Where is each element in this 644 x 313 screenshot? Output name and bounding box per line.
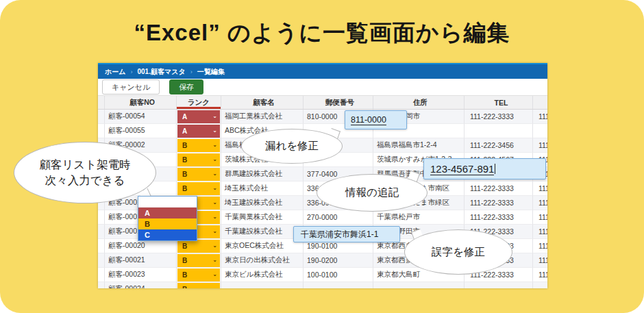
- cell-rank: B⌄: [177, 181, 221, 196]
- cell-customer-name[interactable]: 埼玉建設株式会社: [221, 196, 304, 210]
- cell-zip[interactable]: 100-0100: [304, 268, 373, 282]
- row-selector[interactable]: [98, 225, 105, 239]
- cell-customer-no[interactable]: 顧客-00020: [105, 239, 177, 253]
- cell-tel2[interactable]: 111: [533, 210, 547, 225]
- rank-select[interactable]: A⌄: [177, 125, 220, 138]
- cell-tel2[interactable]: 111: [533, 196, 547, 210]
- rank-select[interactable]: B⌄: [177, 268, 220, 281]
- column-header: 顧客NO: [105, 96, 177, 109]
- rank-select[interactable]: B⌄: [177, 168, 220, 181]
- cell-customer-name[interactable]: 千葉建設株式会社: [221, 225, 304, 239]
- table-header-row: 顧客NOランク顧客名郵便番号住所TEL: [98, 95, 547, 110]
- rank-value: A: [182, 113, 187, 121]
- cell-customer-name[interactable]: 東京OEC株式会社: [221, 239, 304, 253]
- cell-rank: B⌄: [177, 153, 221, 167]
- cell-customer-no[interactable]: 顧客-00021: [105, 253, 177, 268]
- rank-option-c[interactable]: C: [138, 229, 197, 240]
- cell-tel2[interactable]: 111: [533, 181, 547, 196]
- cell-tel[interactable]: [465, 282, 533, 288]
- cell-zip[interactable]: 270-0000: [304, 210, 373, 225]
- chevron-down-icon: ⌄: [212, 243, 217, 249]
- cell-customer-name[interactable]: 群馬建設株式会社: [221, 167, 304, 181]
- cell-zip[interactable]: 190-0200: [304, 253, 373, 268]
- cell-tel2[interactable]: 111: [533, 138, 547, 153]
- column-header: [533, 96, 547, 109]
- cell-customer-name[interactable]: [221, 282, 304, 288]
- chevron-down-icon: ⌄: [212, 200, 217, 205]
- cell-tel2[interactable]: [533, 282, 547, 288]
- cell-customer-no[interactable]: 顧客-00024: [105, 282, 177, 288]
- rank-select[interactable]: B⌄: [177, 254, 220, 267]
- cell-tel[interactable]: 111-222-3333: [465, 110, 533, 124]
- rank-select[interactable]: B⌄: [177, 182, 220, 195]
- column-header: 郵便番号: [304, 96, 373, 109]
- breadcrumb-home[interactable]: ホーム: [105, 67, 125, 77]
- rank-select[interactable]: B⌄: [177, 283, 220, 289]
- breadcrumb-customer-master[interactable]: 001.顧客マスタ: [137, 67, 185, 77]
- rank-value: B: [182, 242, 187, 250]
- rank-value: B: [182, 286, 187, 289]
- save-button[interactable]: 保存: [169, 79, 203, 95]
- cell-tel2[interactable]: [533, 124, 547, 138]
- chevron-down-icon: ⌄: [212, 258, 217, 263]
- addr-edit-callout[interactable]: 千葉県浦安市舞浜1-1: [293, 226, 400, 242]
- text-cursor: [495, 164, 495, 174]
- table-row: 顧客-00024B⌄: [98, 282, 547, 288]
- cell-tel2[interactable]: 111: [533, 268, 547, 282]
- rank-option-b[interactable]: B: [138, 218, 197, 229]
- row-selector[interactable]: [98, 124, 105, 138]
- cell-tel[interactable]: 111-222-3333: [465, 210, 533, 225]
- cell-tel[interactable]: [465, 124, 533, 138]
- cell-tel2[interactable]: 111: [533, 110, 547, 124]
- speech-bubble-append-info: 情報の追記: [317, 174, 428, 212]
- cell-customer-name[interactable]: 千葉興業株式会社: [221, 210, 304, 225]
- rank-select[interactable]: B⌄: [177, 139, 220, 152]
- bubble-text: 情報の追記: [345, 186, 399, 200]
- zip-edit-callout[interactable]: 811-0000: [345, 110, 407, 129]
- cell-tel[interactable]: 111-222-3333: [465, 196, 533, 210]
- rank-select[interactable]: A⌄: [177, 110, 220, 123]
- row-selector[interactable]: [98, 268, 105, 282]
- cell-tel2[interactable]: 111: [533, 225, 547, 239]
- row-selector[interactable]: [98, 282, 105, 288]
- row-selector[interactable]: [98, 239, 105, 253]
- cell-customer-name[interactable]: 東京ビル株式会社: [221, 268, 304, 282]
- row-selector[interactable]: [98, 253, 105, 268]
- breadcrumb-list-edit[interactable]: 一覧編集: [197, 67, 225, 77]
- speech-bubble-fix-omission: 漏れを修正: [241, 129, 343, 164]
- row-selector[interactable]: [98, 210, 105, 225]
- cell-zip[interactable]: [304, 282, 373, 288]
- zip-edit-value: 811-0000: [351, 115, 386, 125]
- cell-customer-name[interactable]: 埼玉株式会社: [221, 181, 304, 196]
- toolbar: キャンセル 保存: [98, 79, 547, 95]
- cell-address[interactable]: [373, 282, 465, 288]
- column-header: 住所: [373, 96, 465, 109]
- speech-bubble-fix-typo: 誤字を修正: [404, 229, 512, 275]
- breadcrumb: ホーム › 001.顧客マスタ › 一覧編集: [98, 64, 547, 79]
- cell-customer-name[interactable]: 福岡工業株式会社: [221, 110, 304, 124]
- rank-option-a[interactable]: A: [138, 208, 197, 218]
- rank-select[interactable]: B⌄: [177, 153, 220, 166]
- cell-rank: B⌄: [177, 268, 221, 282]
- cell-address[interactable]: 千葉県松戸市: [373, 210, 465, 225]
- cell-tel[interactable]: 111-222-3333: [465, 181, 533, 196]
- tel-edit-callout[interactable]: 123-4567-891: [423, 158, 546, 179]
- cell-tel[interactable]: 111-222-3456: [465, 138, 533, 153]
- cell-tel2[interactable]: 111: [533, 239, 547, 253]
- chevron-down-icon: ⌄: [212, 229, 217, 234]
- cell-rank: B⌄: [177, 253, 221, 268]
- rank-value: A: [182, 127, 187, 135]
- rank-option-blank[interactable]: [138, 197, 197, 208]
- cell-tel2[interactable]: 111: [533, 253, 547, 268]
- cancel-button[interactable]: キャンセル: [102, 79, 160, 95]
- table-row: 顧客-00054A⌄福岡工業株式会社810-0000福岡県福岡市111-222-…: [98, 110, 547, 124]
- cell-customer-no[interactable]: 顧客-00023: [105, 268, 177, 282]
- column-header: TEL: [465, 96, 533, 109]
- cell-customer-no[interactable]: 顧客-00054: [105, 110, 177, 124]
- cell-address[interactable]: 福島県福島市1-2-4: [373, 138, 465, 153]
- cell-customer-no[interactable]: 顧客-00055: [105, 124, 177, 138]
- cell-customer-name[interactable]: 東京日の出株式会社: [221, 253, 304, 268]
- row-selector[interactable]: [98, 110, 105, 124]
- rank-select[interactable]: B⌄: [177, 240, 220, 253]
- chevron-down-icon: ⌄: [212, 157, 217, 162]
